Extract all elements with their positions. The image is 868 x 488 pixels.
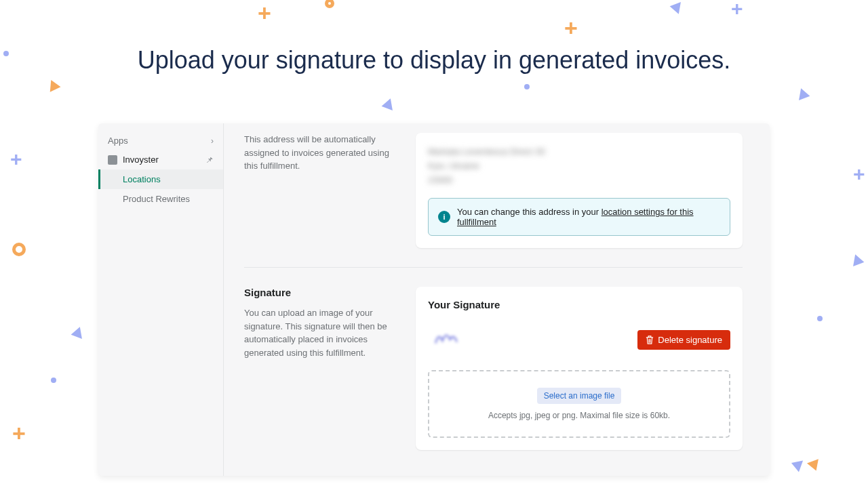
address-description: This address will be automatically assig… bbox=[244, 133, 397, 173]
signature-card: Your Signature Delete signature bbox=[416, 287, 743, 450]
deco-circle-icon bbox=[817, 316, 823, 321]
deco-circle-icon bbox=[524, 84, 530, 89]
sidebar-item-label: Product Rewrites bbox=[123, 194, 190, 204]
sidebar-app-label: Invoyster bbox=[123, 155, 159, 165]
deco-triangle-icon bbox=[853, 254, 865, 268]
chevron-right-icon: › bbox=[211, 136, 214, 146]
deco-circle-icon bbox=[51, 378, 56, 383]
deco-circle-icon bbox=[12, 243, 26, 256]
deco-circle-icon bbox=[3, 51, 9, 56]
sidebar-item-locations[interactable]: Locations bbox=[98, 169, 223, 189]
sidebar-app-invoyster[interactable]: Invoyster 📌︎ bbox=[98, 150, 223, 169]
delete-signature-button[interactable]: Delete signature bbox=[637, 330, 730, 350]
sidebar-header-label: Apps bbox=[108, 136, 128, 146]
sidebar-apps-header[interactable]: Apps › bbox=[98, 131, 223, 150]
signature-title: Signature bbox=[244, 287, 397, 298]
address-card: Markata Leventesca Direct 30 Kyiv, Ukrai… bbox=[416, 133, 743, 248]
deco-plus-icon: + bbox=[12, 420, 26, 447]
deco-plus-icon: + bbox=[731, 0, 743, 20]
upload-hint: Accepts jpg, jpeg or png. Maximal file s… bbox=[446, 411, 713, 420]
deco-triangle-icon bbox=[669, 0, 681, 14]
deco-triangle-icon bbox=[799, 88, 811, 102]
deco-triangle-icon bbox=[789, 457, 803, 472]
deco-plus-icon: + bbox=[10, 148, 22, 171]
signature-section: Signature You can upload an image of you… bbox=[244, 287, 743, 469]
signature-image-icon bbox=[433, 329, 459, 347]
app-window: Apps › Invoyster 📌︎ Locations Product Re… bbox=[98, 123, 770, 476]
main-content: This address will be automatically assig… bbox=[224, 123, 770, 476]
page-title: Upload your signature to display in gene… bbox=[0, 46, 868, 75]
deco-triangle-icon bbox=[380, 98, 393, 112]
your-signature-title: Your Signature bbox=[428, 299, 730, 310]
deco-triangle-icon bbox=[50, 80, 62, 93]
pin-icon[interactable]: 📌︎ bbox=[205, 155, 214, 165]
info-text: You can change this address in your loca… bbox=[457, 207, 720, 227]
signature-description: You can upload an image of your signatur… bbox=[244, 306, 397, 359]
delete-label: Delete signature bbox=[658, 335, 722, 345]
info-banner: i You can change this address in your lo… bbox=[428, 198, 730, 236]
deco-plus-icon: + bbox=[564, 15, 578, 41]
deco-plus-icon: + bbox=[258, 0, 271, 26]
sidebar-item-product-rewrites[interactable]: Product Rewrites bbox=[98, 189, 223, 209]
deco-circle-icon bbox=[325, 0, 334, 8]
info-icon: i bbox=[438, 211, 450, 223]
upload-dropzone[interactable]: Select an image file Accepts jpg, jpeg o… bbox=[428, 370, 730, 438]
sidebar-item-label: Locations bbox=[123, 174, 161, 184]
trash-icon bbox=[646, 336, 654, 344]
signature-preview bbox=[428, 323, 466, 357]
deco-triangle-icon bbox=[807, 459, 822, 472]
app-icon bbox=[108, 155, 117, 165]
address-preview: Markata Leventesca Direct 30 Kyiv, Ukrai… bbox=[428, 145, 730, 187]
deco-plus-icon: + bbox=[853, 163, 865, 186]
select-file-button[interactable]: Select an image file bbox=[537, 388, 622, 404]
address-section: This address will be automatically assig… bbox=[244, 133, 743, 268]
deco-triangle-icon bbox=[70, 327, 82, 340]
sidebar: Apps › Invoyster 📌︎ Locations Product Re… bbox=[98, 123, 224, 476]
